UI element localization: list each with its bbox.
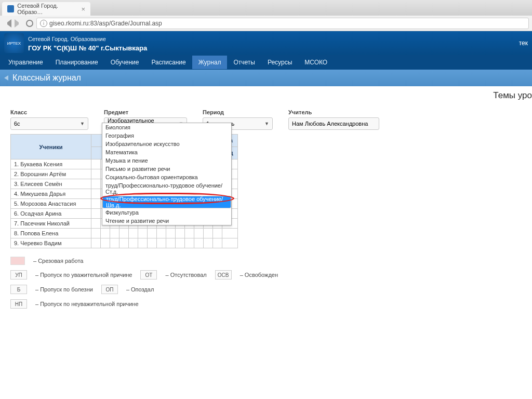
grade-cell[interactable] — [194, 229, 204, 238]
grade-cell[interactable] — [157, 238, 166, 248]
dropdown-option[interactable]: Изобразительное искусство — [102, 140, 231, 148]
student-name[interactable]: 1. Букаева Ксения — [11, 159, 91, 169]
grade-cell[interactable] — [204, 229, 213, 238]
browser-tab-strip: Сетевой Город. Образо… × — [0, 0, 532, 16]
srez-label: – Срезовая работа — [33, 258, 83, 264]
grade-cell[interactable] — [91, 238, 101, 248]
portal-titles: Сетевой Город. Образование ГОУ РК "С(К)Ш… — [28, 34, 147, 52]
grade-cell[interactable] — [138, 229, 148, 238]
tab-title: Сетевой Город. Образо… — [17, 3, 81, 15]
grade-cell[interactable] — [91, 169, 101, 179]
grade-cell[interactable] — [148, 238, 157, 248]
class-select[interactable]: 6с▼ — [10, 117, 88, 130]
grade-cell[interactable] — [91, 159, 101, 169]
reload-icon[interactable] — [26, 20, 33, 27]
legend-text: – Освобожден — [240, 272, 278, 278]
grade-cell[interactable] — [194, 238, 204, 248]
grade-cell[interactable] — [213, 238, 222, 248]
grade-cell[interactable] — [101, 229, 110, 238]
dropdown-option[interactable]: Музыка и пение — [102, 156, 231, 165]
grade-cell[interactable] — [222, 238, 238, 248]
grade-cell[interactable] — [110, 229, 119, 238]
student-name[interactable]: 7. Пасечник Николай — [11, 219, 91, 229]
dropdown-option[interactable]: труд/Профессионально-трудовое обучение/С… — [102, 181, 231, 196]
student-name[interactable]: 5. Морозова Анастасия — [11, 199, 91, 209]
logo-icon: ИРТЕХ — [4, 33, 24, 53]
grade-cell[interactable] — [101, 238, 110, 248]
portal-nav: УправлениеПланированиеОбучениеРасписание… — [0, 55, 532, 70]
dropdown-option[interactable]: Чтение и развитие речи — [102, 217, 231, 225]
grade-cell[interactable] — [91, 189, 101, 199]
legend-code: ОП — [101, 285, 118, 294]
period-label: Период — [203, 109, 273, 115]
chevron-down-icon: ▼ — [80, 121, 85, 126]
filters-row: Класс 6с▼ Предмет Изобразительное искусс… — [0, 104, 532, 134]
grade-cell[interactable] — [91, 179, 101, 189]
nav-item-6[interactable]: Ресурсы — [261, 56, 298, 69]
nav-item-5[interactable]: Отчеты — [227, 56, 261, 69]
nav-item-4[interactable]: Журнал — [192, 56, 228, 69]
grade-cell[interactable] — [166, 229, 176, 238]
grade-cell[interactable] — [91, 229, 101, 238]
address-bar: i giseo.rkomi.ru:83/asp/Grade/Journal.as… — [0, 16, 532, 31]
browser-tab[interactable]: Сетевой Город. Образо… × — [2, 2, 90, 16]
nav-item-3[interactable]: Расписание — [145, 56, 192, 69]
student-name[interactable]: 6. Осадчая Арина — [11, 209, 91, 219]
dropdown-option[interactable]: Математика — [102, 148, 231, 156]
dropdown-option[interactable]: Физкультура — [102, 208, 231, 217]
back-page-icon[interactable] — [4, 75, 8, 81]
back-icon[interactable] — [3, 19, 11, 28]
grade-cell[interactable] — [185, 229, 194, 238]
url-input[interactable]: i giseo.rkomi.ru:83/asp/Grade/Journal.as… — [36, 18, 529, 29]
dropdown-option[interactable]: География — [102, 131, 231, 140]
grade-cell[interactable] — [110, 238, 119, 248]
nav-item-2[interactable]: Обучение — [104, 56, 145, 69]
grade-cell[interactable] — [148, 229, 157, 238]
legend-code: УП — [10, 270, 27, 280]
grade-cell[interactable] — [166, 238, 176, 248]
nav-item-0[interactable]: Управление — [2, 56, 49, 69]
grade-cell[interactable] — [129, 238, 138, 248]
student-name[interactable]: 8. Попова Елена — [11, 229, 91, 238]
legend: – Срезовая работа УП– Пропуск по уважите… — [0, 248, 532, 322]
grade-cell[interactable] — [91, 209, 101, 219]
favicon-icon — [7, 5, 14, 12]
nav-item-1[interactable]: Планирование — [49, 56, 104, 69]
student-name[interactable]: 9. Черевко Вадим — [11, 238, 91, 248]
close-icon[interactable]: × — [81, 5, 85, 13]
grade-cell[interactable] — [91, 199, 101, 209]
table-row: 9. Черевко Вадим — [11, 238, 238, 248]
dropdown-option[interactable]: Письмо и развитие речи — [102, 165, 231, 173]
subject-dropdown[interactable]: БиологияГеографияИзобразительное искусст… — [102, 123, 232, 225]
product-name: Сетевой Город. Образование — [28, 36, 106, 42]
legend-text: – Пропуск по неуважительной причине — [35, 301, 139, 307]
dropdown-option[interactable]: Биология — [102, 123, 231, 131]
journal-table-wrap: Ученики ка од 1. Букаева Ксения2. Ворошн… — [0, 134, 532, 248]
grade-cell[interactable] — [222, 229, 238, 238]
legend-code: ОТ — [140, 270, 157, 280]
subject-label: Предмет — [104, 109, 187, 115]
student-name[interactable]: 4. Микушева Дарья — [11, 189, 91, 199]
student-name[interactable]: 3. Елисеев Семён — [11, 179, 91, 189]
dropdown-option[interactable]: труд/Профессионально-трудовое обучение/Ш… — [102, 196, 231, 208]
legend-text: – Пропуск по болезни — [35, 286, 93, 292]
grade-cell[interactable] — [176, 229, 185, 238]
grade-cell[interactable] — [157, 229, 166, 238]
legend-code: ОСВ — [215, 270, 232, 280]
grade-cell[interactable] — [119, 229, 129, 238]
grade-cell[interactable] — [91, 219, 101, 229]
forward-icon[interactable] — [15, 19, 23, 28]
grade-cell[interactable] — [213, 229, 222, 238]
student-name[interactable]: 2. Ворошнин Артём — [11, 169, 91, 179]
page-subheader: Классный журнал — [0, 70, 532, 86]
srez-swatch — [10, 257, 25, 265]
grade-cell[interactable] — [185, 238, 194, 248]
nav-item-7[interactable]: МСОКО — [298, 56, 334, 69]
grade-cell[interactable] — [119, 238, 129, 248]
grade-cell[interactable] — [138, 238, 148, 248]
grade-cell[interactable] — [129, 229, 138, 238]
grade-cell[interactable] — [204, 238, 213, 248]
grade-cell[interactable] — [176, 238, 185, 248]
dropdown-option[interactable]: Социально-бытовая ориентировка — [102, 173, 231, 181]
portal-header: ИРТЕХ Сетевой Город. Образование ГОУ РК … — [0, 31, 532, 55]
